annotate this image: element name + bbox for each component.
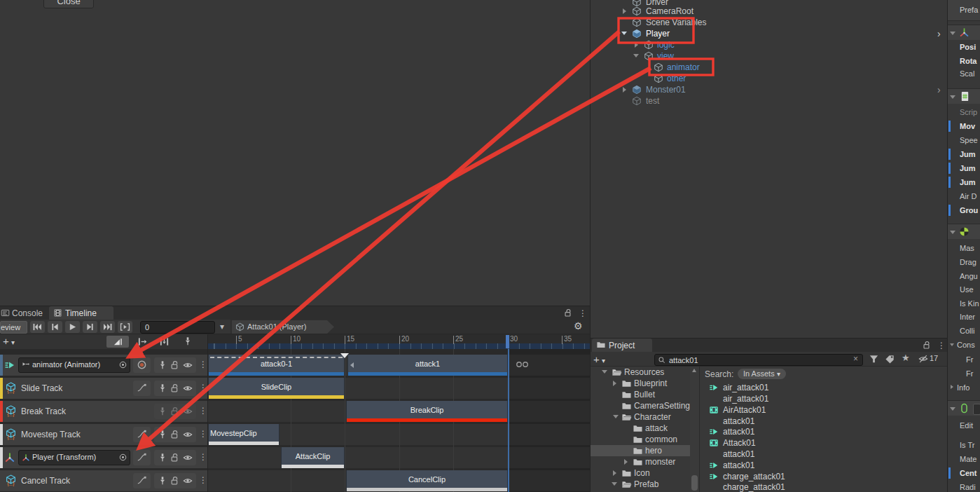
menu-dots-icon[interactable]: ⋮ [579, 308, 587, 318]
fold-arrow-icon[interactable] [613, 381, 616, 386]
eye-icon[interactable] [183, 430, 193, 439]
object-picker-icon[interactable] [118, 453, 127, 462]
tree-item-hero[interactable]: hero [591, 445, 690, 456]
pin-icon[interactable] [158, 360, 167, 370]
track-header-cancel[interactable]: Cancel Track ⋮ [0, 470, 207, 491]
project-search-box[interactable]: × [654, 354, 863, 366]
hierarchy-item-monster01[interactable]: Monster01 › [591, 84, 947, 95]
tree-item-common[interactable]: common [591, 434, 690, 445]
curves-button[interactable] [133, 473, 151, 488]
hierarchy-item-cameraroot[interactable]: CameraRoot [591, 6, 947, 17]
lock-icon[interactable] [170, 430, 180, 439]
tree-item-monster[interactable]: monster [591, 456, 690, 467]
pin-icon[interactable] [158, 430, 167, 439]
curves-button[interactable] [133, 381, 151, 396]
rigidbody-component-header[interactable] [948, 224, 980, 239]
track-menu-dots-icon[interactable]: ⋮ [199, 360, 207, 369]
scroll-up-arrow-icon[interactable] [692, 369, 696, 372]
hierarchy-item-animator[interactable]: animator [591, 62, 947, 73]
hierarchy-item-other[interactable]: other [591, 73, 947, 84]
timeline-clip[interactable]: AttackClip [281, 447, 345, 468]
fold-arrow-icon[interactable] [950, 95, 955, 99]
fold-arrow-icon[interactable] [623, 8, 626, 14]
edit-collider-button[interactable] [973, 404, 980, 415]
tab-project[interactable]: Project [592, 339, 652, 352]
curves-button[interactable] [133, 450, 151, 465]
hierarchy-item-test[interactable]: test [591, 95, 947, 107]
ripple-mode-button[interactable] [134, 336, 151, 348]
scrollbar-thumb[interactable] [691, 475, 698, 491]
tree-item-bullet[interactable]: Bullet [591, 389, 690, 400]
marker-toggle-button[interactable] [179, 336, 196, 348]
fold-arrow-icon[interactable] [950, 32, 955, 35]
close-button[interactable]: Close [43, 0, 94, 8]
fold-arrow-icon[interactable] [951, 385, 953, 389]
lock-icon[interactable] [170, 360, 180, 370]
replace-mode-button[interactable] [155, 336, 173, 348]
hierarchy-item-player[interactable]: Player › [591, 28, 945, 39]
clear-search-icon[interactable]: × [853, 354, 858, 364]
search-input[interactable] [668, 355, 838, 365]
pin-icon[interactable] [158, 453, 167, 463]
collider-component-header[interactable] [948, 400, 980, 416]
result-item[interactable]: AirAttack01 [700, 404, 947, 416]
fold-arrow-icon[interactable] [613, 415, 619, 418]
track-menu-dots-icon[interactable]: ⋮ [199, 383, 207, 392]
tree-item-camerasetting[interactable]: CameraSetting [591, 400, 690, 411]
fold-arrow-icon[interactable] [635, 42, 638, 48]
fold-arrow-icon[interactable] [624, 459, 628, 465]
result-item[interactable]: attack01 [700, 426, 947, 437]
tree-item-attack[interactable]: attack [591, 423, 690, 434]
record-button[interactable] [133, 357, 151, 373]
track-header-slide[interactable]: Slide Track ⋮ [0, 378, 207, 399]
fold-arrow-icon[interactable] [621, 32, 627, 35]
result-item[interactable]: air_attack01 [700, 393, 947, 404]
fold-arrow-icon[interactable] [613, 470, 616, 476]
lock-icon[interactable] [170, 476, 180, 486]
add-asset-button[interactable]: + ▾ [593, 353, 613, 366]
track-menu-dots-icon[interactable]: ⋮ [199, 406, 207, 416]
track-header-movestep[interactable]: Movestep Track ⋮ [0, 424, 207, 445]
search-scope-pill[interactable]: In Assets ▾ [738, 369, 786, 379]
fold-arrow-icon[interactable] [950, 231, 955, 234]
tree-scrollbar[interactable] [690, 367, 699, 492]
result-item[interactable]: charge_attack01 [700, 471, 947, 482]
fold-arrow-icon[interactable] [950, 343, 954, 346]
play-button[interactable] [65, 321, 80, 333]
timeline-duration-marker[interactable] [506, 335, 509, 348]
next-frame-button[interactable] [83, 321, 97, 333]
track-menu-dots-icon[interactable]: ⋮ [199, 452, 207, 462]
add-track-button[interactable]: + ▾ [3, 335, 22, 348]
tree-item-blueprint[interactable]: Blueprint [591, 378, 690, 389]
fold-arrow-icon[interactable] [602, 370, 607, 374]
eye-icon[interactable] [183, 406, 193, 416]
preview-toggle[interactable]: Preview [0, 321, 27, 334]
result-item[interactable]: charge_attack01 [700, 481, 947, 492]
lock-icon[interactable] [564, 308, 573, 317]
track-menu-dots-icon[interactable]: ⋮ [199, 475, 207, 485]
hidden-packages-toggle[interactable]: 17 [918, 353, 946, 364]
lock-icon[interactable] [923, 341, 932, 350]
timeline-breadcrumb[interactable]: Attack01 (Player) [232, 320, 334, 334]
eye-icon[interactable] [183, 453, 193, 463]
track-binding-field[interactable]: animator (Animator) [18, 357, 130, 373]
transform-component-header[interactable] [948, 25, 980, 40]
track-menu-dots-icon[interactable]: ⋮ [199, 429, 207, 439]
eye-icon[interactable] [183, 360, 193, 370]
tree-item-character[interactable]: Character [591, 411, 690, 423]
result-item[interactable]: attack01 [700, 416, 947, 427]
tree-item-prefab[interactable]: Prefab [591, 479, 690, 490]
timeline-clip[interactable]: SlideClip [208, 378, 345, 399]
saved-search-star-button[interactable]: ★ [902, 353, 910, 363]
object-picker-icon[interactable] [118, 360, 127, 369]
search-by-type-button[interactable] [869, 354, 881, 365]
frame-field[interactable] [140, 321, 215, 334]
result-item[interactable]: Attack01 [700, 437, 947, 449]
prefab-open-chevron[interactable]: › [937, 84, 941, 95]
play-range-button[interactable] [118, 321, 132, 333]
hierarchy-item-view[interactable]: view [591, 50, 947, 62]
timeline-clip[interactable]: BreakClip [346, 401, 508, 422]
track-header-transform[interactable]: Player (Transform) ⋮ [0, 447, 207, 468]
timeline-clip[interactable]: CancelClip [346, 470, 508, 491]
frame-dropdown-button[interactable]: ▾ [216, 321, 228, 332]
